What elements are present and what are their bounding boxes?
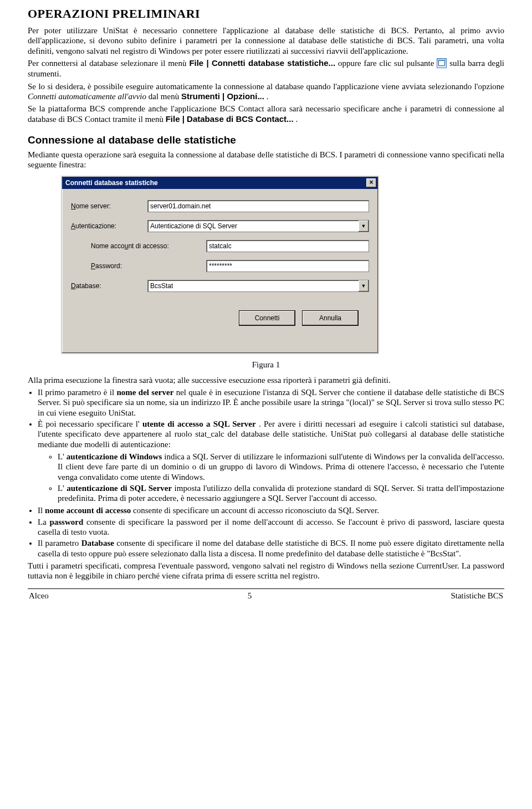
database-value: BcsStat bbox=[150, 280, 173, 291]
dialog-screenshot: Connetti database statistiche × Nome ser… bbox=[61, 176, 504, 354]
list-item: La password consente di specificare la p… bbox=[38, 517, 504, 537]
document-page: OPERAZIONI PRELIMINARI Per poter utilizz… bbox=[0, 0, 532, 616]
figure-caption: Figura 1 bbox=[28, 360, 504, 370]
section-intro: Mediante questa operazione sarà eseguita… bbox=[28, 150, 504, 170]
text: Per connettersi al database selezionare … bbox=[28, 59, 189, 68]
text: oppure fare clic sul pulsante bbox=[338, 59, 437, 68]
cancel-button[interactable]: Annulla bbox=[303, 311, 358, 325]
text: dal menù bbox=[149, 92, 181, 101]
text: . bbox=[267, 92, 269, 101]
connect-dialog: Connetti database statistiche × Nome ser… bbox=[61, 176, 379, 354]
term-auth-sqlserver: autenticazione di SQL Server bbox=[66, 484, 172, 493]
list-item: Il nome account di accesso consente di s… bbox=[38, 505, 504, 515]
account-input[interactable]: statcalc bbox=[206, 240, 369, 252]
label-database: Database: bbox=[71, 282, 147, 290]
footer-right: Statistiche BCS bbox=[451, 591, 503, 601]
footer-left: Alceo bbox=[29, 591, 49, 601]
text: consente di specificare un account di ac… bbox=[133, 506, 379, 515]
list-item: L' autenticazione di SQL Server imposta … bbox=[58, 483, 504, 504]
label-account: Nome account di accesso: bbox=[71, 242, 206, 250]
bullet-list: Il primo parametro è il nome del server … bbox=[38, 387, 504, 559]
dialog-title: Connetti database statistiche bbox=[65, 179, 158, 187]
text: Se lo si desidera, è possibile eseguire … bbox=[28, 82, 504, 91]
page-footer: Alceo 5 Statistiche BCS bbox=[28, 591, 504, 605]
server-input[interactable]: server01.domain.net bbox=[147, 200, 369, 212]
list-item: È poi necessario specificare l' utente d… bbox=[38, 419, 504, 503]
option-ref: Connetti automaticamente all'avvio bbox=[28, 92, 146, 101]
closing-paragraph: Tutti i parametri specificati, compresa … bbox=[28, 561, 504, 581]
list-item: L' autenticazione di Windows indica a SQ… bbox=[58, 452, 504, 482]
term-database: Database bbox=[81, 539, 114, 547]
password-input[interactable]: ********* bbox=[206, 260, 369, 272]
text: Il primo parametro è il bbox=[38, 388, 117, 397]
footer-page-number: 5 bbox=[248, 591, 252, 601]
list-item: Il parametro Database consente di specif… bbox=[38, 538, 504, 559]
connect-database-icon bbox=[437, 58, 447, 68]
menu-ref-strumenti-opzioni: Strumenti | Opzioni... bbox=[181, 91, 264, 101]
text: L' bbox=[58, 484, 64, 493]
chevron-down-icon[interactable]: ▼ bbox=[359, 280, 369, 291]
text: Il parametro bbox=[38, 539, 81, 547]
intro-paragraph-4: Se la piattaforma BCS comprende anche l'… bbox=[28, 104, 504, 124]
label-server: Nome server: bbox=[71, 202, 147, 210]
label-auth: Autenticazione: bbox=[71, 222, 147, 230]
database-combobox[interactable]: BcsStat ▼ bbox=[147, 280, 369, 292]
term-auth-windows: autenticazione di Windows bbox=[66, 452, 162, 461]
term-utente-accesso: utente di accesso a SQL Server bbox=[142, 419, 256, 428]
post-figure-paragraph: Alla prima esecuzione la finestra sarà v… bbox=[28, 375, 504, 385]
term-nome-server: nome del server bbox=[117, 388, 174, 397]
intro-paragraph-2: Per connettersi al database selezionare … bbox=[28, 58, 504, 79]
term-nome-account: nome account di accesso bbox=[45, 506, 131, 515]
dialog-titlebar: Connetti database statistiche × bbox=[62, 177, 378, 189]
intro-paragraph-3: Se lo si desidera, è possibile eseguire … bbox=[28, 81, 504, 102]
footer-divider bbox=[28, 588, 504, 589]
connect-button[interactable]: Connetti bbox=[239, 311, 295, 325]
label-password: Password: bbox=[71, 262, 206, 270]
list-item: Il primo parametro è il nome del server … bbox=[38, 387, 504, 418]
menu-ref-file-connetti: File | Connetti database statistiche... bbox=[189, 58, 335, 68]
page-heading: OPERAZIONI PRELIMINARI bbox=[28, 7, 504, 21]
section-heading: Connessione al database delle statistich… bbox=[28, 134, 504, 146]
text: consente di specificare la password per … bbox=[38, 518, 504, 536]
text: La bbox=[38, 518, 49, 526]
text: Il bbox=[38, 506, 45, 515]
text: È poi necessario specificare l' bbox=[38, 419, 140, 428]
intro-paragraph-1: Per poter utilizzare UniStat è necessari… bbox=[28, 25, 504, 56]
term-password: password bbox=[49, 518, 83, 526]
auth-combobox[interactable]: Autenticazione di SQL Server ▼ bbox=[147, 220, 369, 232]
nested-list: L' autenticazione di Windows indica a SQ… bbox=[58, 452, 504, 503]
dialog-body: Nome server: server01.domain.net Autenti… bbox=[62, 189, 378, 353]
text: . bbox=[295, 115, 298, 124]
auth-value: Autenticazione di SQL Server bbox=[150, 221, 237, 232]
text: L' bbox=[58, 452, 64, 461]
close-icon[interactable]: × bbox=[366, 178, 376, 187]
menu-ref-file-database-contact: File | Database di BCS Contact... bbox=[166, 114, 294, 124]
chevron-down-icon[interactable]: ▼ bbox=[359, 221, 369, 232]
